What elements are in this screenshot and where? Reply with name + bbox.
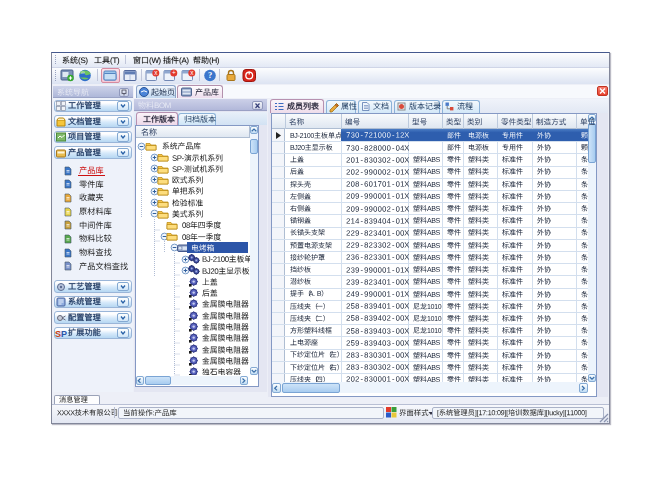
svg-text:+: + (172, 69, 176, 76)
svg-text:?: ? (208, 70, 212, 80)
